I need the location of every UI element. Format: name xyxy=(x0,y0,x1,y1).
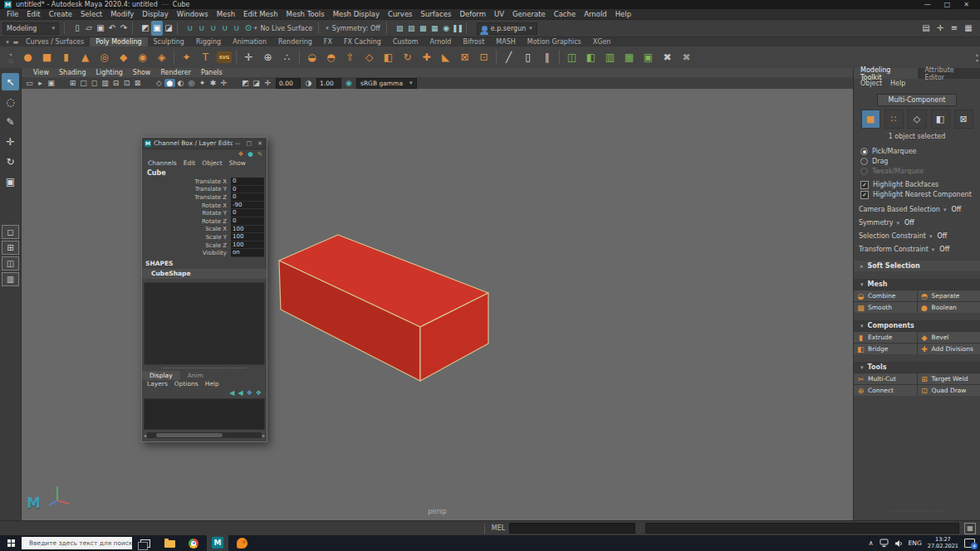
panel-menu-item[interactable]: Renderer xyxy=(155,69,196,76)
shelf-tool-icon[interactable] xyxy=(236,50,237,65)
menu-item[interactable]: Create xyxy=(45,10,76,18)
menu-item[interactable]: Curves xyxy=(384,10,417,18)
component-command-button[interactable]: ▮ Extrude xyxy=(854,332,917,343)
maya-taskbar-button[interactable]: M xyxy=(207,535,228,551)
file-explorer-button[interactable] xyxy=(159,535,180,551)
close-button[interactable]: ✕ xyxy=(963,1,969,8)
attribute-value-field[interactable]: -90 xyxy=(231,202,264,210)
render-icon[interactable]: ▦ xyxy=(429,21,440,36)
layer-action-icon[interactable]: ◀ xyxy=(229,389,234,397)
minimize-button[interactable]: — xyxy=(235,140,241,147)
attribute-value-field[interactable]: 0 xyxy=(231,209,264,217)
orange-app-button[interactable] xyxy=(231,535,252,551)
viewport-display-icon[interactable]: ◪ xyxy=(251,79,262,87)
sidebar-toggle-icon[interactable]: ▤ xyxy=(920,21,932,36)
mel-input[interactable] xyxy=(509,523,635,534)
selection-mode-icon[interactable]: ◩ xyxy=(140,21,151,36)
shelf-tool-icon[interactable]: ▥ xyxy=(600,48,620,66)
soft-selection-section[interactable]: ▸ Soft Selection xyxy=(854,261,980,271)
shelf-tool-icon[interactable]: ◆ xyxy=(114,48,133,66)
component-mode-icon[interactable]: ◧ xyxy=(931,110,950,129)
shelf-tool-icon[interactable]: ◣ xyxy=(436,48,455,66)
shelf-tab[interactable]: XGen xyxy=(587,37,617,46)
file-icon[interactable]: ↶ xyxy=(106,21,118,36)
scrollbar-thumb[interactable] xyxy=(156,433,223,437)
multi-component-button[interactable]: Multi-Component xyxy=(877,94,958,106)
toolkit-menu-item[interactable]: Object xyxy=(856,80,886,87)
color-management-icon[interactable]: ◉ xyxy=(344,79,354,87)
start-button[interactable] xyxy=(0,535,22,551)
attribute-label[interactable]: Translate X xyxy=(142,178,231,185)
taskbar-clock[interactable]: 13:27 27.02.2021 xyxy=(928,537,958,549)
tool-command-button[interactable]: ⊡ Quad Draw xyxy=(918,385,980,396)
render-icon[interactable]: ❚❚ xyxy=(452,21,463,36)
render-icon[interactable]: ▨ xyxy=(405,21,417,36)
menu-item[interactable]: Display xyxy=(138,10,172,18)
channel-box-title-bar[interactable]: M Channel Box / Layer Editor — □ ✕ xyxy=(142,138,267,149)
attribute-label[interactable]: Visibility xyxy=(142,250,231,256)
script-editor-icon[interactable]: ▦ xyxy=(964,523,976,534)
toolkit-dropdown[interactable]: Transform Constraint ▾ Off xyxy=(859,246,980,253)
channel-box-corner-icon[interactable]: ● xyxy=(247,150,253,158)
tool-command-button[interactable]: ⊕ Connect xyxy=(854,385,917,396)
menu-item[interactable]: Cache xyxy=(550,10,580,18)
channel-box-menu-item[interactable]: Object xyxy=(198,159,225,167)
tray-expand-icon[interactable]: ∧ xyxy=(869,539,874,547)
shelf-tool-icon[interactable]: ╱ xyxy=(499,48,518,66)
layer-menu-item[interactable]: Layers xyxy=(144,380,171,388)
attribute-value-field[interactable]: on xyxy=(231,249,264,257)
panel-menu-item[interactable]: Lighting xyxy=(91,69,127,76)
scroll-right-icon[interactable]: ▸ xyxy=(262,432,265,438)
shelf-tab[interactable]: Custom xyxy=(387,37,424,46)
file-icon[interactable]: ↷ xyxy=(118,21,130,36)
components-section-header[interactable]: ▾ Components xyxy=(854,320,980,331)
attribute-value-field[interactable]: 100 xyxy=(231,226,264,234)
toolkit-menu-item[interactable]: Help xyxy=(886,80,909,87)
viewport-display-icon[interactable]: ✦ xyxy=(197,79,208,87)
component-command-button[interactable]: ◧ Bridge xyxy=(854,344,917,354)
attribute-value-field[interactable]: 100 xyxy=(231,233,264,241)
layout-button-icon[interactable]: ▥ xyxy=(2,272,19,286)
snap-icon[interactable]: ∪ xyxy=(196,21,208,36)
attribute-label[interactable]: Rotate X xyxy=(142,202,231,209)
render-icon[interactable]: ▩ xyxy=(417,21,429,36)
attribute-value-field[interactable]: 0 xyxy=(231,193,264,202)
file-icon[interactable]: ▯ xyxy=(71,21,83,36)
component-command-button[interactable]: ◆ Bevel xyxy=(918,332,980,343)
shelf-tab[interactable]: Rendering xyxy=(272,37,318,46)
shelf-tool-icon[interactable]: ▦ xyxy=(620,48,639,66)
shelf-tool-icon[interactable]: ▯ xyxy=(518,48,537,66)
attribute-value-field[interactable]: 0 xyxy=(231,178,264,186)
tools-section-header[interactable]: ▾ Tools xyxy=(854,362,980,373)
viewport-display-icon[interactable]: ✱ xyxy=(208,79,218,87)
panel-menu-item[interactable]: View xyxy=(28,69,54,76)
viewport-display-icon[interactable]: ▣ xyxy=(46,79,56,87)
component-command-button[interactable]: ✚ Add Divisions xyxy=(918,344,980,354)
splitter-handle[interactable] xyxy=(163,368,246,368)
tool-icon[interactable]: ✎ xyxy=(2,113,19,130)
layer-menu-item[interactable]: Help xyxy=(202,380,223,388)
shelf-tool-icon[interactable]: ▲ xyxy=(76,48,95,66)
toolkit-dropdown[interactable]: Symmetry ▾ Off xyxy=(859,219,980,227)
shelf-tab[interactable]: Arnold xyxy=(424,37,458,46)
shelf-tool-icon[interactable]: ⊡ xyxy=(474,48,493,66)
shelf-tool-icon[interactable]: ▮ xyxy=(56,48,76,66)
layout-button-icon[interactable]: ◫ xyxy=(2,256,19,271)
shelf-tab[interactable]: Sculpting xyxy=(148,37,190,46)
snap-icon[interactable]: ⊙ xyxy=(243,21,254,36)
file-icon[interactable]: ▣ xyxy=(95,21,106,36)
shelf-options-icon[interactable]: ▬ xyxy=(12,39,20,46)
component-mode-icon[interactable]: ◇ xyxy=(908,110,927,129)
shelf-tool-icon[interactable]: ◒ xyxy=(302,48,321,66)
gamma-icon[interactable]: ◑ xyxy=(303,79,314,87)
shelf-tool-icon[interactable]: ◎ xyxy=(95,48,114,66)
menu-item[interactable]: Mesh xyxy=(213,10,239,18)
section-divider[interactable] xyxy=(64,22,69,34)
viewport-display-icon[interactable]: □ xyxy=(78,79,89,87)
viewport-display-icon[interactable]: ▥ xyxy=(100,79,110,87)
shelf-tool-icon[interactable]: ◧ xyxy=(379,48,398,66)
tool-command-button[interactable]: ⊞ Target Weld xyxy=(918,373,980,384)
file-icon[interactable]: ▱ xyxy=(83,21,95,36)
viewport-display-icon[interactable]: ⊡ xyxy=(121,79,132,87)
notification-center-icon[interactable]: 4 xyxy=(964,539,975,548)
